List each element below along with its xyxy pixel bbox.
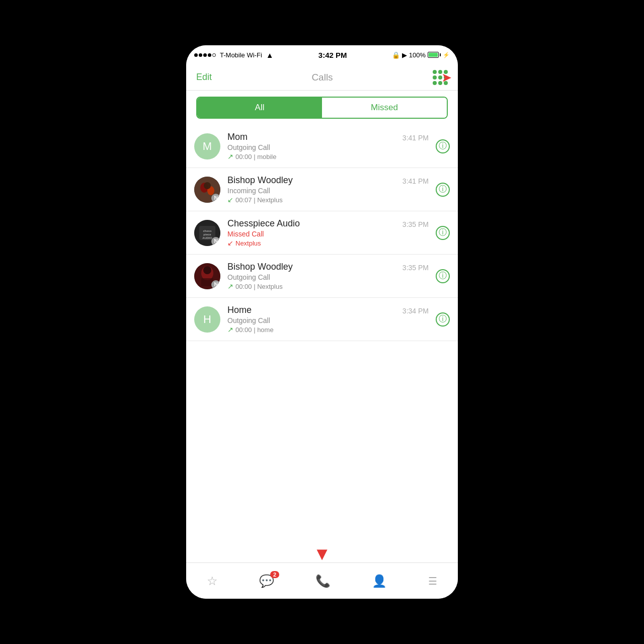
call-detail-bishop2: ↗ 00:00 | Nextplus — [227, 282, 395, 290]
call-item-bishop1[interactable]: N Bishop Woodley Incoming Call ↙ 00:07 |… — [186, 168, 458, 211]
location-icon: ▶ — [402, 51, 407, 59]
call-time-chesspiece: 3:35 PM — [403, 218, 429, 228]
avatar-badge-bishop2: N — [211, 280, 220, 289]
call-duration-home: 00:00 | home — [235, 326, 274, 334]
avatar-letter-mom: M — [203, 140, 212, 153]
favorites-icon: ☆ — [207, 574, 218, 588]
call-info-bishop2: Bishop Woodley Outgoing Call ↗ 00:00 | N… — [227, 262, 395, 290]
battery-indicator — [428, 52, 441, 58]
call-item-home[interactable]: H Home Outgoing Call ↗ 00:00 | home 3:34… — [186, 298, 458, 341]
svg-point-3 — [204, 182, 211, 189]
call-item-chesspiece[interactable]: chess piece AUDIO N Chesspiece Audio Mis… — [186, 211, 458, 255]
signal-dots — [194, 53, 216, 57]
contacts-icon: 👤 — [372, 574, 387, 588]
tab-favorites[interactable]: ☆ — [207, 574, 218, 588]
filter-tabs: All Missed — [196, 97, 448, 119]
call-item-bishop2[interactable]: N Bishop Woodley Outgoing Call ↗ 00:00 |… — [186, 255, 458, 298]
svg-text:AUDIO: AUDIO — [202, 236, 212, 239]
messages-badge: 2 — [270, 571, 279, 578]
tab-contacts[interactable]: 👤 — [372, 574, 387, 588]
call-info-mom: Mom Outgoing Call ↗ 00:00 | mobile — [227, 132, 395, 160]
grid-dot — [433, 75, 437, 79]
grid-dot — [438, 81, 442, 85]
missed-arrow-chesspiece: ↙ — [227, 239, 233, 247]
svg-text:piece: piece — [203, 233, 211, 236]
tab-calls[interactable]: 📞 — [315, 574, 331, 588]
avatar-chesspiece: chess piece AUDIO N — [194, 220, 220, 246]
call-name-chesspiece: Chesspiece Audio — [227, 218, 395, 229]
nav-bar: Edit Calls — [186, 64, 458, 91]
tab-more[interactable]: ☰ — [428, 575, 437, 587]
edit-button[interactable]: Edit — [196, 72, 212, 83]
call-time-mom: 3:41 PM — [403, 132, 429, 142]
charging-icon: ⚡ — [443, 52, 450, 58]
call-via-chesspiece: Nextplus — [235, 239, 261, 247]
status-bar: T-Mobile Wi-Fi ▲ 3:42 PM 🔒 ▶ 100% ⚡ — [186, 45, 458, 64]
phone-frame: T-Mobile Wi-Fi ▲ 3:42 PM 🔒 ▶ 100% ⚡ Edit… — [186, 45, 458, 599]
call-name-home: Home — [227, 305, 395, 315]
battery-fill — [429, 53, 438, 57]
call-type-chesspiece: Missed Call — [227, 230, 395, 238]
info-button-home[interactable]: ⓘ — [436, 312, 450, 327]
avatar-home: H — [194, 306, 220, 333]
battery-tip — [440, 53, 441, 56]
call-duration-bishop2: 00:00 | Nextplus — [235, 283, 283, 290]
call-time-home: 3:34 PM — [403, 305, 429, 315]
call-type-bishop1: Incoming Call — [227, 187, 395, 195]
call-type-mom: Outgoing Call — [227, 143, 395, 151]
avatar-badge-chesspiece: N — [211, 237, 220, 246]
call-name-mom: Mom — [227, 132, 395, 142]
wifi-icon: ▲ — [266, 51, 274, 59]
status-left: T-Mobile Wi-Fi ▲ — [194, 51, 274, 59]
info-button-bishop1[interactable]: ⓘ — [436, 183, 450, 197]
tab-bar: ☆ 💬 2 📞 👤 ☰ — [186, 562, 458, 599]
svg-text:chess: chess — [203, 229, 212, 232]
info-button-bishop2[interactable]: ⓘ — [436, 269, 450, 283]
call-name-bishop1: Bishop Woodley — [227, 175, 395, 186]
call-item-mom[interactable]: M Mom Outgoing Call ↗ 00:00 | mobile 3:4… — [186, 125, 458, 168]
nav-title: Calls — [311, 72, 333, 83]
call-name-bishop2: Bishop Woodley — [227, 262, 395, 272]
tab-missed[interactable]: Missed — [322, 98, 447, 118]
dot-2 — [199, 53, 202, 57]
grid-button[interactable] — [433, 70, 448, 85]
grid-dot — [433, 81, 437, 85]
dot-4 — [208, 53, 211, 57]
info-button-mom[interactable]: ⓘ — [436, 139, 450, 153]
carrier-label: T-Mobile Wi-Fi — [220, 51, 262, 59]
dot-1 — [194, 53, 198, 57]
call-detail-mom: ↗ 00:00 | mobile — [227, 152, 395, 160]
avatar-mom: M — [194, 133, 220, 159]
battery-percent: 100% — [409, 51, 426, 59]
call-duration-bishop1: 00:07 | Nextplus — [235, 196, 283, 204]
grid-dot — [438, 70, 442, 74]
filter-bar: All Missed — [186, 91, 458, 125]
avatar-letter-home: H — [203, 313, 211, 326]
grid-dot — [438, 75, 442, 79]
status-time: 3:42 PM — [318, 51, 347, 59]
grid-dot — [444, 75, 448, 79]
call-info-home: Home Outgoing Call ↗ 00:00 | home — [227, 305, 395, 334]
avatar-badge-bishop1: N — [211, 194, 220, 203]
call-list: M Mom Outgoing Call ↗ 00:00 | mobile 3:4… — [186, 125, 458, 562]
call-type-bishop2: Outgoing Call — [227, 273, 395, 281]
dot-5 — [212, 53, 216, 57]
call-detail-bishop1: ↙ 00:07 | Nextplus — [227, 196, 395, 204]
call-time-bishop2: 3:35 PM — [403, 262, 429, 272]
tab-all[interactable]: All — [197, 98, 322, 118]
info-button-chesspiece[interactable]: ⓘ — [436, 226, 450, 240]
svg-point-11 — [203, 266, 211, 274]
outgoing-arrow-home: ↗ — [227, 326, 233, 334]
grid-dot — [444, 70, 448, 74]
call-detail-chesspiece: ↙ Nextplus — [227, 239, 395, 247]
dot-3 — [203, 53, 207, 57]
call-detail-home: ↗ 00:00 | home — [227, 326, 395, 334]
outgoing-arrow-bishop2: ↗ — [227, 282, 233, 290]
tab-messages[interactable]: 💬 2 — [259, 574, 274, 588]
grid-dot — [433, 70, 437, 74]
incoming-arrow-bishop1: ↙ — [227, 196, 233, 204]
outgoing-arrow-mom: ↗ — [227, 152, 233, 160]
status-right: 🔒 ▶ 100% ⚡ — [392, 51, 450, 59]
call-time-bishop1: 3:41 PM — [403, 175, 429, 185]
grid-dot — [444, 81, 448, 85]
